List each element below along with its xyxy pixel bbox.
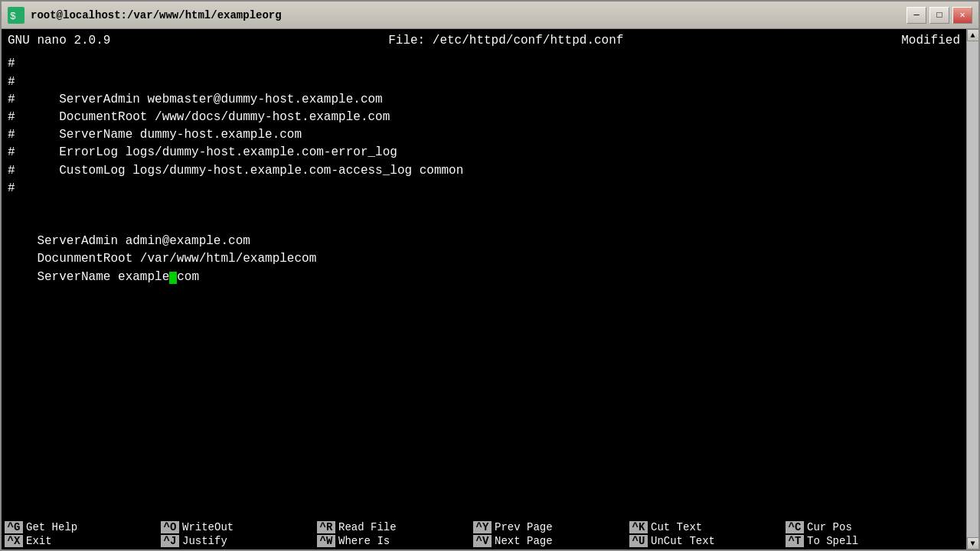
nano-modified: Modified [901,32,960,49]
footer-key-0-3: ^Y [473,521,492,533]
footer-cmd-0-1: ^O WriteOut [161,521,314,533]
close-button[interactable]: ✕ [952,7,972,24]
footer-key-1-1: ^J [161,535,179,547]
restore-button[interactable]: □ [929,7,949,24]
footer-label-0-3: Prev Page [495,521,553,533]
terminal-wrapper: GNU nano 2.0.9 File: /etc/httpd/conf/htt… [2,29,978,549]
footer-key-1-2: ^W [317,535,335,547]
minimize-button[interactable]: ─ [906,7,926,24]
scrollbar[interactable]: ▲ ▼ [966,29,978,549]
footer-label-0-0: Get Help [26,521,77,533]
footer-label-1-5: To Spell [807,535,858,547]
footer-cmd-0-3: ^Y Prev Page [473,521,626,533]
footer-cmd-0-4: ^K Cut Text [629,521,782,533]
footer-cmd-0-5: ^C Cur Pos [786,521,939,533]
footer-key-0-4: ^K [629,521,648,533]
footer-cmd-0-0: ^G Get Help [5,521,158,533]
footer-label-1-2: Where Is [338,535,390,547]
footer-cmd-1-3: ^V Next Page [473,535,626,547]
footer-label-0-2: Read File [338,521,397,533]
footer-cmd-1-1: ^J Justify [161,535,314,547]
nano-filename: File: /etc/httpd/conf/httpd.conf [388,32,623,49]
footer-cmd-1-0: ^X Exit [5,535,158,547]
footer-cmd-0-2: ^R Read File [317,521,470,533]
footer-key-0-5: ^C [786,521,804,533]
footer-cmd-1-4: ^U UnCut Text [629,535,782,547]
window-title: root@localhost:/var/www/html/exampleorg [31,9,906,21]
nano-version: GNU nano 2.0.9 [8,32,110,49]
nano-header: GNU nano 2.0.9 File: /etc/httpd/conf/htt… [2,29,966,52]
footer-key-1-5: ^T [786,535,804,547]
window-controls: ─ □ ✕ [906,7,972,24]
footer-label-1-1: Justify [182,535,227,547]
footer-key-1-3: ^V [473,535,492,547]
scroll-track [968,41,978,537]
title-bar: $ root@localhost:/var/www/html/exampleor… [2,2,978,29]
footer-label-0-5: Cur Pos [807,521,852,533]
footer-label-1-4: UnCut Text [651,535,715,547]
footer-label-0-1: WriteOut [182,521,234,533]
nano-footer: ^G Get Help ^O WriteOut ^R Read File ^Y … [2,519,966,549]
footer-label-1-3: Next Page [495,535,553,547]
footer-label-1-0: Exit [26,535,52,547]
terminal[interactable]: GNU nano 2.0.9 File: /etc/httpd/conf/htt… [2,29,966,549]
footer-cmd-1-5: ^T To Spell [786,535,939,547]
footer-key-0-2: ^R [317,521,335,533]
terminal-icon: $ [8,7,24,24]
nano-content[interactable]: # # # ServerAdmin webmaster@dummy-host.e… [2,52,966,519]
footer-label-0-4: Cut Text [651,521,702,533]
footer-key-1-4: ^U [629,535,648,547]
window: $ root@localhost:/var/www/html/exampleor… [0,0,980,551]
text-cursor [169,272,177,284]
footer-key-0-0: ^G [5,521,23,533]
scroll-down-button[interactable]: ▼ [967,537,979,549]
footer-key-0-1: ^O [161,521,179,533]
footer-key-1-0: ^X [5,535,23,547]
footer-cmd-1-2: ^W Where Is [317,535,470,547]
scroll-up-button[interactable]: ▲ [967,29,979,41]
svg-text:$: $ [10,11,16,22]
footer-row-1: ^X Exit ^J Justify ^W Where Is ^V Next P… [2,534,966,548]
footer-row-0: ^G Get Help ^O WriteOut ^R Read File ^Y … [2,520,966,534]
